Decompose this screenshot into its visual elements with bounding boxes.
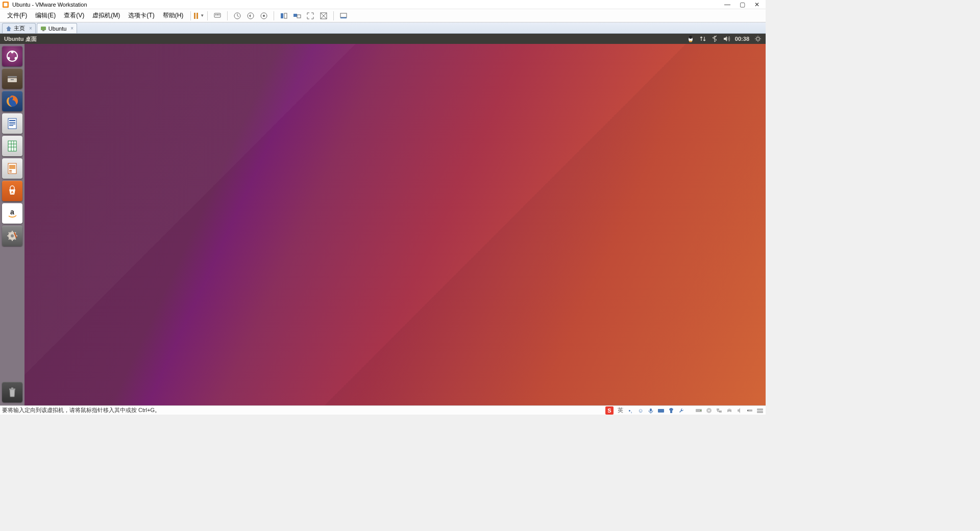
- launcher-writer[interactable]: [2, 113, 22, 134]
- send-ctrl-alt-del-icon[interactable]: [213, 11, 222, 20]
- chevron-down-icon[interactable]: ▼: [200, 13, 204, 18]
- launcher-files[interactable]: [2, 68, 22, 89]
- svg-rect-53: [717, 408, 719, 411]
- svg-rect-11: [284, 13, 287, 18]
- snapshot-manager-icon[interactable]: [259, 11, 268, 20]
- session-gear-icon[interactable]: [754, 35, 762, 42]
- maximize-button[interactable]: ▢: [740, 1, 745, 8]
- snapshot-take-icon[interactable]: [233, 11, 242, 20]
- svg-rect-32: [9, 120, 15, 121]
- svg-rect-3: [215, 14, 216, 15]
- ubuntu-top-panel: Ubuntu 桌面 00:38: [0, 34, 766, 44]
- svg-rect-47: [650, 408, 652, 412]
- svg-rect-13: [297, 15, 301, 18]
- pause-icon: [194, 13, 198, 19]
- tux-indicator-icon[interactable]: [687, 35, 694, 42]
- show-multi-monitor-icon[interactable]: [292, 11, 302, 20]
- ime-punct-icon[interactable]: •,: [627, 407, 634, 414]
- tab-ubuntu[interactable]: Ubuntu ×: [37, 23, 77, 33]
- launcher-firefox[interactable]: [2, 91, 22, 111]
- menu-help[interactable]: 帮助(H): [159, 10, 188, 21]
- svg-rect-38: [9, 165, 15, 169]
- svg-rect-34: [9, 124, 15, 125]
- tab-label: Ubuntu: [48, 26, 66, 32]
- ime-skin-icon[interactable]: [668, 407, 675, 414]
- svg-rect-33: [9, 122, 15, 123]
- svg-rect-46: [11, 388, 13, 389]
- ime-softkbd-icon[interactable]: [657, 407, 665, 414]
- windows-titlebar: Ubuntu - VMware Workstation — ▢ ✕: [0, 0, 766, 9]
- toolbar-separator: [274, 11, 274, 20]
- ubuntu-wallpaper[interactable]: [24, 44, 766, 405]
- svg-point-52: [708, 409, 710, 411]
- svg-rect-15: [340, 13, 347, 17]
- close-icon[interactable]: ×: [29, 26, 32, 31]
- svg-point-21: [689, 41, 692, 42]
- svg-rect-45: [9, 389, 15, 390]
- close-icon[interactable]: ×: [70, 26, 74, 31]
- snapshot-revert-icon[interactable]: [246, 11, 255, 20]
- svg-rect-1: [4, 3, 8, 6]
- vmware-app-icon: [2, 1, 9, 8]
- launcher-trash[interactable]: [2, 382, 22, 402]
- home-icon: [6, 26, 12, 32]
- menu-edit[interactable]: 编辑(E): [31, 10, 60, 21]
- svg-point-24: [11, 51, 14, 54]
- sound-indicator-icon[interactable]: [723, 35, 730, 42]
- device-printer-icon[interactable]: [726, 407, 733, 414]
- ime-voice-icon[interactable]: [647, 407, 654, 414]
- toolbar-separator: [333, 11, 334, 20]
- minimize-button[interactable]: —: [724, 1, 730, 8]
- svg-text:A: A: [11, 190, 14, 195]
- show-console-icon[interactable]: [279, 11, 288, 20]
- launcher-software[interactable]: A: [2, 181, 22, 201]
- menu-tabs[interactable]: 选项卡(T): [124, 10, 158, 21]
- tab-label: 主页: [14, 25, 25, 32]
- menu-view[interactable]: 查看(V): [60, 10, 88, 21]
- tab-home[interactable]: 主页 ×: [2, 23, 36, 33]
- toolbar-separator: [190, 11, 191, 20]
- device-network-icon[interactable]: [716, 407, 723, 414]
- clock-indicator[interactable]: 00:38: [735, 36, 749, 42]
- network-indicator-icon[interactable]: [699, 35, 706, 42]
- ime-emoji-icon[interactable]: ☺: [637, 407, 644, 414]
- svg-rect-56: [728, 408, 730, 409]
- status-message: 要将输入定向到该虚拟机，请将鼠标指针移入其中或按 Ctrl+G。: [2, 406, 160, 414]
- window-title: Ubuntu - VMware Workstation: [12, 2, 724, 8]
- svg-rect-18: [42, 30, 44, 31]
- launcher-calc[interactable]: [2, 136, 22, 156]
- fullscreen-icon[interactable]: [306, 11, 315, 20]
- pause-vm-button[interactable]: ▼: [194, 13, 204, 19]
- svg-rect-35: [9, 125, 13, 126]
- svg-rect-27: [8, 76, 17, 78]
- unity-mode-icon[interactable]: [319, 11, 328, 20]
- svg-rect-59: [747, 410, 748, 411]
- device-usb-icon[interactable]: [746, 407, 753, 414]
- menu-file[interactable]: 文件(F): [3, 10, 31, 21]
- device-display-icon[interactable]: [756, 407, 764, 414]
- launcher-dash[interactable]: [2, 46, 22, 66]
- vmware-tab-bar: 主页 × Ubuntu ×: [0, 22, 766, 34]
- thumbnail-bar-icon[interactable]: [339, 11, 348, 20]
- device-cd-icon[interactable]: [705, 407, 713, 414]
- svg-rect-36: [8, 141, 16, 151]
- close-button[interactable]: ✕: [754, 1, 760, 8]
- launcher-amazon[interactable]: a: [2, 203, 22, 224]
- svg-point-25: [15, 57, 17, 60]
- toolbar-separator: [207, 11, 208, 20]
- ime-tool-icon[interactable]: [678, 407, 685, 414]
- vmware-menubar: 文件(F) 编辑(E) 查看(V) 虚拟机(M) 选项卡(T) 帮助(H) ▼: [0, 9, 766, 22]
- ime-lang-label[interactable]: 英: [617, 407, 624, 414]
- sogou-ime-badge[interactable]: S: [605, 406, 614, 415]
- menu-vm[interactable]: 虚拟机(M): [88, 10, 124, 21]
- bluetooth-indicator-icon[interactable]: [712, 35, 718, 42]
- launcher-settings[interactable]: [2, 226, 22, 246]
- svg-rect-40: [9, 172, 12, 173]
- svg-point-9: [263, 15, 265, 17]
- device-sound-icon[interactable]: [736, 407, 743, 414]
- svg-rect-12: [293, 14, 297, 17]
- launcher-impress[interactable]: [2, 158, 22, 179]
- device-hdd-icon[interactable]: [695, 407, 702, 414]
- svg-rect-39: [9, 170, 12, 171]
- svg-rect-48: [658, 409, 664, 413]
